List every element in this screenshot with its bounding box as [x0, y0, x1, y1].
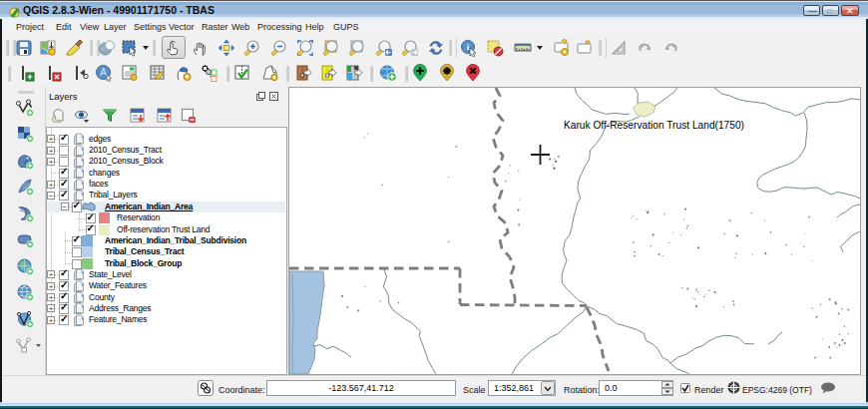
- svg-text:A: A: [100, 67, 107, 78]
- svg-text:Karuk Off-Reservation Trust La: Karuk Off-Reservation Trust Land(1750): [564, 120, 744, 131]
